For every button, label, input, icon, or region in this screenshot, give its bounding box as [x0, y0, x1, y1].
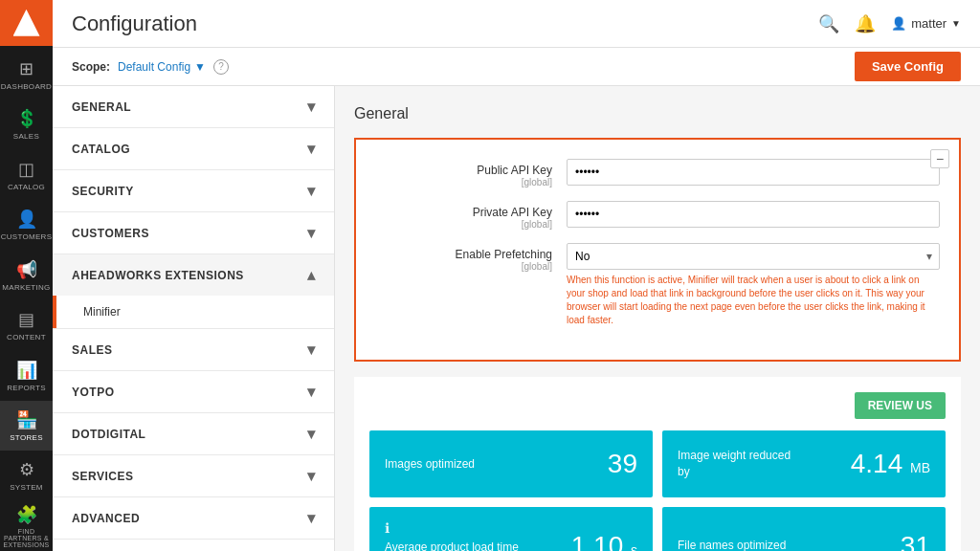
dashboard-icon: ⊞	[19, 58, 33, 79]
stat-value-images-optimized: 39	[608, 449, 637, 479]
stat-card-file-names: File names optimized 31	[662, 507, 946, 551]
nav-item-content[interactable]: ▤ CONTENT	[0, 300, 53, 350]
stat-label-file-names: File names optimized	[678, 538, 786, 551]
scope-left: Scope: Default Config ▼ ?	[72, 59, 229, 75]
sidebar-header-general[interactable]: GENERAL ▾	[53, 86, 334, 127]
sidebar-header-advanced[interactable]: ADVANCED ▾	[53, 497, 334, 539]
sidebar-section-sales: SALES ▾	[53, 329, 334, 371]
sublabel-enable-prefetching: [global]	[375, 261, 552, 272]
sidebar-header-customers[interactable]: CUSTOMERS ▾	[53, 212, 334, 253]
sidebar-header-aheadworks[interactable]: AHEADWORKS EXTENSIONS ▴	[53, 254, 334, 296]
sidebar-label-yotpo: YOTPO	[72, 386, 115, 399]
sidebar-header-dotdigital[interactable]: DOTDIGITAL ▾	[53, 413, 334, 454]
sales-icon: 💲	[16, 108, 37, 129]
nav-item-sales[interactable]: 💲 SALES	[0, 99, 53, 149]
label-private-api-key: Private API Key [global]	[375, 201, 567, 230]
input-public-api-key[interactable]	[567, 159, 940, 186]
stat-card-load-time: ℹ Average product load time decreased by…	[369, 507, 653, 551]
content-icon: ▤	[18, 309, 34, 330]
save-config-button[interactable]: Save Config	[855, 52, 961, 81]
stat-value-image-weight: 4.14 MB	[851, 449, 930, 479]
sublabel-private-api-key: [global]	[375, 219, 552, 230]
stat-label-image-weight: Image weight reduced by	[678, 448, 792, 480]
sidebar-section-yotpo: YOTPO ▾	[53, 371, 334, 413]
stores-icon: 🏪	[16, 409, 37, 430]
chevron-up-icon-aheadworks: ▴	[307, 266, 316, 284]
sidebar: GENERAL ▾ CATALOG ▾ SECURITY ▾ CUSTOMERS	[53, 86, 335, 551]
nav-item-extensions[interactable]: 🧩 FIND PARTNERS & EXTENSIONS	[0, 501, 53, 551]
chevron-down-icon-customers: ▾	[307, 224, 316, 242]
nav-item-customers[interactable]: 👤 CUSTOMERS	[0, 200, 53, 250]
sidebar-label-advanced: ADVANCED	[72, 512, 140, 525]
stats-grid: Images optimized 39 Image weight reduced…	[369, 430, 946, 551]
nav-label-extensions: FIND PARTNERS & EXTENSIONS	[0, 528, 53, 548]
nav-label-content: CONTENT	[7, 333, 46, 342]
stat-card-image-weight: Image weight reduced by 4.14 MB	[662, 430, 946, 497]
logo[interactable]	[0, 0, 53, 46]
stats-panel: REVIEW US Images optimized 39 Image weig…	[354, 377, 961, 551]
chevron-down-icon-security: ▾	[307, 182, 316, 200]
nav-item-catalog[interactable]: ◫ CATALOG	[0, 150, 53, 200]
review-us-button[interactable]: REVIEW US	[855, 392, 946, 419]
form-row-private-api-key: Private API Key [global]	[375, 201, 940, 230]
user-icon: 👤	[891, 16, 906, 31]
sidebar-section-aheadworks: AHEADWORKS EXTENSIONS ▴ Minifier	[53, 254, 334, 329]
collapse-button[interactable]: −	[930, 149, 949, 168]
sidebar-section-security: SECURITY ▾	[53, 170, 334, 212]
sidebar-label-catalog: CATALOG	[72, 143, 130, 156]
scope-dropdown-icon: ▼	[194, 60, 206, 74]
form-row-public-api-key: Public API Key [global]	[375, 159, 940, 187]
stat-unit-image-weight: MB	[910, 460, 930, 475]
sidebar-header-catalog[interactable]: CATALOG ▾	[53, 128, 334, 169]
label-enable-prefetching: Enable Prefetching [global]	[375, 243, 567, 272]
sidebar-header-sales[interactable]: SALES ▾	[53, 329, 334, 370]
sidebar-item-minifier[interactable]: Minifier	[53, 296, 334, 328]
nav-label-dashboard: DASHBOARD	[1, 82, 52, 91]
scope-select[interactable]: Default Config ▼	[118, 60, 206, 74]
sidebar-section-catalog: CATALOG ▾	[53, 128, 334, 170]
chevron-down-icon-advanced: ▾	[307, 509, 316, 527]
nav-item-system[interactable]: ⚙ SYSTEM	[0, 451, 53, 500]
sidebar-label-services: SERVICES	[72, 470, 133, 483]
nav-label-catalog: CATALOG	[8, 183, 45, 191]
scope-value: Default Config	[118, 60, 190, 74]
sidebar-label-sales: SALES	[72, 343, 113, 357]
main-content: General − Public API Key [global]	[335, 86, 980, 551]
chevron-down-icon-sales: ▾	[307, 341, 316, 359]
sidebar-header-yotpo[interactable]: YOTPO ▾	[53, 371, 334, 412]
sidebar-header-security[interactable]: SECURITY ▾	[53, 170, 334, 211]
scope-help-icon[interactable]: ?	[213, 59, 229, 75]
nav-item-marketing[interactable]: 📢 MARKETING	[0, 250, 53, 299]
input-private-api-key[interactable]	[567, 201, 940, 228]
stat-value-file-names: 31	[901, 531, 930, 551]
sidebar-section-dotdigital: DOTDIGITAL ▾	[53, 413, 334, 455]
config-form-box: − Public API Key [global] Private API Ke…	[354, 138, 961, 362]
logo-shape	[13, 10, 40, 36]
prefetching-hint: When this function is active, Minifier w…	[567, 274, 940, 327]
nav-label-sales: SALES	[13, 132, 39, 141]
user-name: matter	[911, 16, 947, 31]
nav-label-reports: REPORTS	[7, 384, 46, 392]
select-enable-prefetching[interactable]: No Yes	[567, 243, 940, 270]
nav-label-marketing: MARKETING	[2, 283, 50, 292]
sidebar-section-advanced: ADVANCED ▾	[53, 497, 334, 540]
nav-item-stores[interactable]: 🏪 STORES	[0, 401, 53, 451]
system-icon: ⚙	[19, 459, 34, 480]
label-public-api-key: Public API Key [global]	[375, 159, 567, 187]
sidebar-header-services[interactable]: SERVICES ▾	[53, 455, 334, 496]
form-row-enable-prefetching: Enable Prefetching [global] No Yes ▾ Whe…	[375, 243, 940, 327]
section-title: General	[354, 105, 961, 122]
chevron-down-icon-dotdigital: ▾	[307, 425, 316, 443]
nav-item-dashboard[interactable]: ⊞ DASHBOARD	[0, 50, 53, 99]
info-icon: ℹ	[385, 520, 571, 536]
page-title: Configuration	[72, 11, 197, 36]
notifications-icon[interactable]: 🔔	[855, 13, 876, 34]
sidebar-section-general: GENERAL ▾	[53, 86, 334, 128]
user-menu[interactable]: 👤 matter ▼	[891, 16, 961, 31]
sidebar-label-dotdigital: DOTDIGITAL	[72, 428, 145, 441]
chevron-down-icon-services: ▾	[307, 467, 316, 485]
sidebar-section-services: SERVICES ▾	[53, 455, 334, 497]
nav-item-reports[interactable]: 📊 REPORTS	[0, 350, 53, 400]
search-icon[interactable]: 🔍	[818, 13, 839, 34]
sublabel-public-api-key: [global]	[375, 177, 552, 187]
